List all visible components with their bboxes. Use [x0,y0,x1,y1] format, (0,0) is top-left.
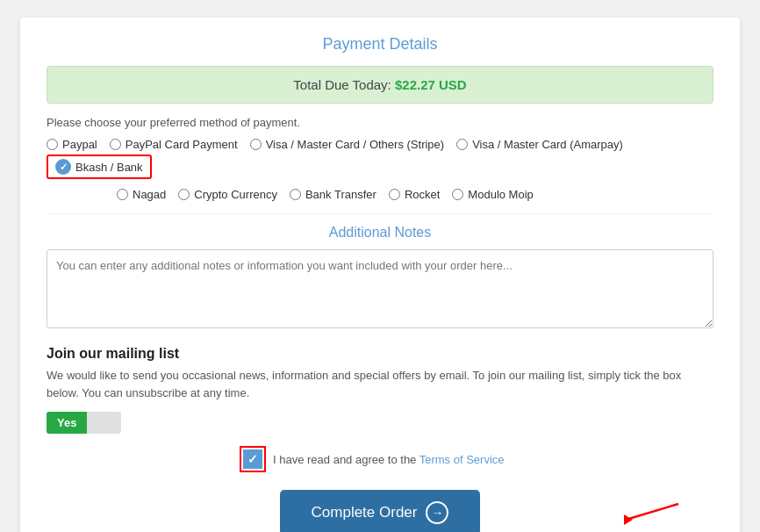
radio-bank-transfer[interactable] [290,189,301,200]
terms-checkbox-wrapper[interactable]: ✓ [240,446,266,472]
svg-marker-1 [624,514,633,525]
additional-notes-title: Additional Notes [47,213,713,241]
toggle-no-button[interactable] [87,412,120,434]
payment-option-nagad[interactable]: Nagad [117,188,166,201]
payment-container: Payment Details Total Due Today: $22.27 … [20,18,740,532]
bkash-label: Bkash / Bank [75,161,143,174]
nagad-label: Nagad [133,188,166,201]
paypal-label: Paypal [62,138,97,151]
toggle-yes-button[interactable]: Yes [47,412,87,434]
arrow-circle-icon: → [426,501,448,524]
visa-amarpay-label: Visa / Master Card (Amarpay) [472,138,623,151]
radio-visa-stripe[interactable] [250,139,262,150]
total-due-label: Total Due Today: [293,77,391,92]
radio-crypto[interactable] [178,189,190,200]
mailing-list-title: Join our mailing list [47,346,713,362]
complete-order-button[interactable]: Complete Order → [280,490,481,532]
rocket-label: Rocket [405,188,440,201]
total-due-amount: $22.27 USD [395,77,467,92]
payment-option-paypal-card[interactable]: PayPal Card Payment [110,138,238,151]
page-title: Payment Details [47,35,713,54]
choose-payment-text: Please choose your preferred method of p… [47,116,713,129]
payment-option-paypal[interactable]: Paypal [47,138,97,151]
complete-order-label: Complete Order [312,504,418,521]
terms-checkbox[interactable]: ✓ [243,449,262,469]
payment-row-1: Paypal PayPal Card Payment Visa / Master… [47,138,713,179]
red-arrow-indicator [608,495,687,530]
mailing-toggle[interactable]: Yes [47,412,713,434]
payment-option-crypto[interactable]: Crypto Currency [178,188,277,201]
complete-order-row: Complete Order → [47,490,713,532]
terms-row: ✓ I have read and agree to the Terms of … [240,446,713,472]
paypal-card-label: PayPal Card Payment [125,138,238,151]
radio-visa-amarpay[interactable] [456,139,468,150]
payment-option-visa-stripe[interactable]: Visa / Master Card / Others (Stripe) [250,138,445,151]
visa-stripe-label: Visa / Master Card / Others (Stripe) [266,138,445,151]
payment-option-modulo[interactable]: Modulo Moip [452,188,533,201]
radio-paypal-card[interactable] [110,139,121,150]
modulo-label: Modulo Moip [468,188,533,201]
terms-of-service-link[interactable]: Terms of Service [419,453,505,466]
svg-line-0 [626,504,678,520]
radio-rocket[interactable] [389,189,400,200]
crypto-label: Crypto Currency [194,188,277,201]
bank-transfer-label: Bank Transfer [305,188,376,201]
radio-paypal[interactable] [47,139,58,150]
terms-label: I have read and agree to the Terms of Se… [273,453,505,466]
radio-modulo[interactable] [452,189,463,200]
notes-textarea[interactable] [47,249,713,328]
payment-option-bank-transfer[interactable]: Bank Transfer [290,188,376,201]
radio-nagad[interactable] [117,189,128,200]
mailing-list-text: We would like to send you occasional new… [47,367,713,401]
total-due-box: Total Due Today: $22.27 USD [47,66,713,104]
payment-option-rocket[interactable]: Rocket [389,188,440,201]
payment-row-2: Nagad Crypto Currency Bank Transfer Rock… [117,188,713,201]
payment-option-bkash[interactable]: ✓ Bkash / Bank [47,155,152,179]
payment-option-visa-amarpay[interactable]: Visa / Master Card (Amarpay) [456,138,623,151]
payment-methods: Paypal PayPal Card Payment Visa / Master… [47,138,713,201]
bkash-check-icon: ✓ [55,159,71,175]
